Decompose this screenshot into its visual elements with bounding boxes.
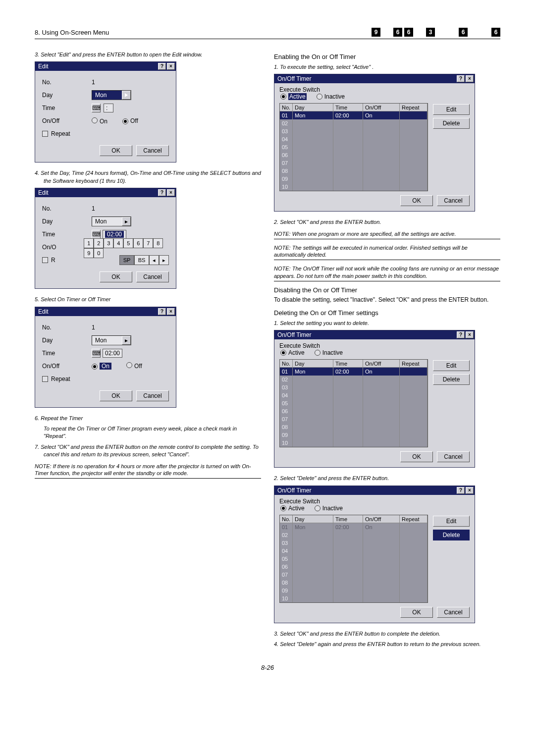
keyboard-icon[interactable]: ⌨ xyxy=(92,349,101,358)
active-radio[interactable]: Active xyxy=(280,505,305,512)
edit-button[interactable]: Edit xyxy=(433,360,470,371)
key-3[interactable]: 3 xyxy=(104,238,113,248)
inactive-radio[interactable]: Inactive xyxy=(315,505,343,512)
table-row[interactable]: 09 xyxy=(280,175,428,183)
off-radio[interactable]: Off xyxy=(126,362,142,370)
ok-button[interactable]: OK xyxy=(400,607,433,618)
day-dropdown[interactable]: Mon ▸ xyxy=(92,216,131,226)
key-0[interactable]: 0 xyxy=(94,248,104,258)
table-row[interactable]: 06 xyxy=(280,407,428,415)
key-right[interactable]: ▸ xyxy=(159,255,169,265)
table-row[interactable]: 04 xyxy=(280,135,428,143)
chevron-right-icon[interactable]: ▸ xyxy=(122,217,131,226)
time-value[interactable]: 02:00 xyxy=(103,230,126,239)
inactive-radio[interactable]: Inactive xyxy=(315,349,343,356)
table-row[interactable]: 05 xyxy=(280,399,428,407)
table-row[interactable]: 10 xyxy=(280,594,428,602)
cancel-button[interactable]: Cancel xyxy=(136,271,169,282)
key-6[interactable]: 6 xyxy=(133,238,143,248)
help-icon[interactable]: ? xyxy=(158,189,166,196)
repeat-checkbox[interactable] xyxy=(42,257,48,263)
key-left[interactable]: ◂ xyxy=(149,255,159,265)
active-radio[interactable]: Active xyxy=(280,349,305,356)
table-row[interactable]: 01Mon02:00On xyxy=(280,368,428,376)
key-7[interactable]: 7 xyxy=(143,238,153,248)
cancel-button[interactable]: Cancel xyxy=(136,390,169,401)
close-icon[interactable]: × xyxy=(466,487,474,494)
table-row[interactable]: 01Mon02:00On xyxy=(280,523,428,531)
table-row[interactable]: 10 xyxy=(280,183,428,191)
table-row[interactable]: 05 xyxy=(280,555,428,563)
chevron-right-icon[interactable]: ▸ xyxy=(122,336,131,345)
delete-button[interactable]: Delete xyxy=(433,530,470,540)
close-icon[interactable]: × xyxy=(167,189,175,196)
edit-button[interactable]: Edit xyxy=(433,516,470,527)
table-row[interactable]: 06 xyxy=(280,151,428,159)
table-row[interactable]: 07 xyxy=(280,571,428,579)
delete-button[interactable]: Delete xyxy=(433,118,470,129)
day-dropdown[interactable]: Mon ▸ xyxy=(92,335,131,345)
table-row[interactable]: 06 xyxy=(280,563,428,571)
step-text: 4. Select "Delete" again and press the E… xyxy=(274,641,500,648)
table-row[interactable]: 07 xyxy=(280,159,428,167)
delete-button[interactable]: Delete xyxy=(433,374,470,385)
table-row[interactable]: 01Mon02:00On xyxy=(280,111,428,119)
help-icon[interactable]: ? xyxy=(457,487,465,494)
table-row[interactable]: 02 xyxy=(280,376,428,383)
key-9[interactable]: 9 xyxy=(84,248,94,258)
close-icon[interactable]: × xyxy=(466,75,474,82)
table-row[interactable]: 05 xyxy=(280,143,428,151)
table-row[interactable]: 04 xyxy=(280,391,428,399)
time-value[interactable]: : xyxy=(104,104,113,112)
cancel-button[interactable]: Cancel xyxy=(437,607,470,618)
table-row[interactable]: 09 xyxy=(280,431,428,439)
on-radio[interactable]: On xyxy=(92,363,111,370)
keyboard-icon[interactable]: ⌨ xyxy=(92,104,101,112)
help-icon[interactable]: ? xyxy=(158,308,166,315)
key-5[interactable]: 5 xyxy=(123,238,133,248)
help-icon[interactable]: ? xyxy=(158,63,166,70)
key-4[interactable]: 4 xyxy=(113,238,123,248)
key-2[interactable]: 2 xyxy=(94,238,104,248)
help-icon[interactable]: ? xyxy=(457,331,465,338)
day-dropdown[interactable]: Mon xyxy=(92,90,131,100)
table-row[interactable]: 03 xyxy=(280,127,428,135)
close-icon[interactable]: × xyxy=(167,308,175,315)
key-8[interactable]: 8 xyxy=(153,238,163,248)
close-icon[interactable]: × xyxy=(466,331,474,338)
table-row[interactable]: 03 xyxy=(280,383,428,391)
table-row[interactable]: 08 xyxy=(280,579,428,587)
table-row[interactable]: 04 xyxy=(280,547,428,555)
ok-button[interactable]: OK xyxy=(100,145,132,156)
repeat-checkbox[interactable] xyxy=(42,376,48,382)
table-row[interactable]: 07 xyxy=(280,415,428,423)
table-row[interactable]: 10 xyxy=(280,439,428,447)
chevron-right-icon[interactable] xyxy=(122,91,131,100)
ok-button[interactable]: OK xyxy=(400,195,433,206)
ok-button[interactable]: OK xyxy=(400,451,433,462)
active-radio[interactable]: Active xyxy=(280,93,307,100)
inactive-radio[interactable]: Inactive xyxy=(317,93,345,100)
help-icon[interactable]: ? xyxy=(457,75,465,82)
table-row[interactable]: 02 xyxy=(280,119,428,127)
cancel-button[interactable]: Cancel xyxy=(437,451,470,462)
edit-button[interactable]: Edit xyxy=(433,104,470,115)
ok-button[interactable]: OK xyxy=(100,390,132,401)
cancel-button[interactable]: Cancel xyxy=(437,195,470,206)
key-bs[interactable]: BS xyxy=(134,255,149,265)
cancel-button[interactable]: Cancel xyxy=(136,145,169,156)
table-row[interactable]: 08 xyxy=(280,423,428,431)
key-1[interactable]: 1 xyxy=(84,238,94,248)
off-radio[interactable]: Off xyxy=(122,117,138,124)
keyboard-icon[interactable]: ⌨ xyxy=(92,230,101,239)
table-row[interactable]: 09 xyxy=(280,587,428,594)
table-row[interactable]: 02 xyxy=(280,531,428,539)
close-icon[interactable]: × xyxy=(167,63,175,70)
key-sp[interactable]: SP xyxy=(119,255,134,265)
table-row[interactable]: 03 xyxy=(280,539,428,547)
repeat-checkbox[interactable] xyxy=(42,131,48,137)
ok-button[interactable]: OK xyxy=(100,271,132,282)
time-value[interactable]: 02:00 xyxy=(103,349,122,358)
table-row[interactable]: 08 xyxy=(280,167,428,175)
on-radio[interactable]: On xyxy=(92,117,107,125)
